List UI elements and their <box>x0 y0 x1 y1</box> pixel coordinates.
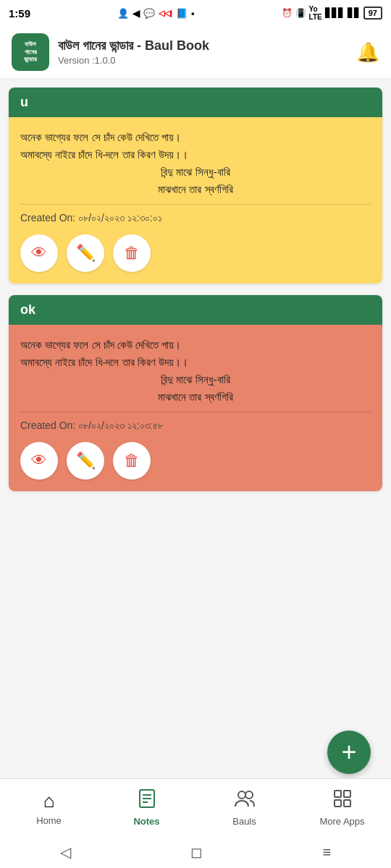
status-icons: 👤 ◀ 💬 ◁◁| 📘 • <box>117 8 195 19</box>
card-2-edit-button[interactable] <box>67 442 104 480</box>
nav-bauls[interactable]: Bauls <box>196 789 293 827</box>
card-1-line-1: অনেক ভাগ্যের ফলে সে চাঁদ কেউ দেখিতে পায়… <box>20 129 371 146</box>
bauls-icon <box>234 789 256 813</box>
card-1-actions <box>20 234 371 275</box>
edit-icon-2 <box>76 451 96 470</box>
home-label: Home <box>36 815 62 826</box>
vibrate-icon: 📳 <box>295 8 306 18</box>
app-logo: বাউল গানের ভান্ডার <box>12 33 49 71</box>
svg-rect-8 <box>335 800 341 807</box>
battery-indicator: 97 <box>363 7 382 20</box>
carrier-text: YoLTE <box>309 5 322 21</box>
delete-icon-2 <box>124 451 140 470</box>
card-2-line-3: বিন্দু মাঝে সিন্ধু-বারি <box>20 371 371 388</box>
card-1-body: অনেক ভাগ্যের ফলে সে চাঁদ কেউ দেখিতে পায়… <box>9 117 382 284</box>
card-2-view-button[interactable] <box>20 442 58 480</box>
home-icon: ⌂ <box>43 790 55 812</box>
app-title: বাউল গানের ভান্ডার - Baul Book <box>58 38 209 54</box>
card-1-view-button[interactable] <box>20 234 58 272</box>
recents-icon: ≡ <box>323 844 332 860</box>
notes-label: Notes <box>133 816 159 827</box>
delete-icon <box>124 244 140 263</box>
ure-divider <box>20 204 371 205</box>
more-apps-label: More Apps <box>319 816 364 827</box>
card-1-line-2: অমাবস্যে নাইরে চাঁদে ধি-দলে তার কিরণ উদয… <box>20 146 371 163</box>
edit-icon <box>76 244 96 263</box>
view-icon <box>31 244 47 263</box>
svg-rect-9 <box>344 800 350 807</box>
notification-bell-icon[interactable]: 🔔 <box>356 41 379 64</box>
nav-home[interactable]: ⌂ Home <box>0 790 98 826</box>
card-1-edit-button[interactable] <box>67 234 104 272</box>
song-card-1: u অনেক ভাগ্যের ফলে সে চাঁদ কেউ দেখিতে পা… <box>9 88 382 284</box>
home-sys-icon: ◻ <box>190 844 203 860</box>
signal-bars-2: ▋▋ <box>348 8 361 18</box>
card-1-line-4: মাঝখানে তার স্বর্ণগিরি <box>20 181 371 198</box>
card-2-song-text: অনেক ভাগ্যের ফলে সে চাঁদ কেউ দেখিতে পায়… <box>20 336 371 406</box>
app-title-block: বাউল গানের ভান্ডার - Baul Book Version :… <box>58 38 209 66</box>
dot-indicator: • <box>191 8 195 19</box>
notes-icon <box>138 789 156 813</box>
ok-divider <box>20 412 371 412</box>
app-header-left: বাউল গানের ভান্ডার বাউল গানের ভান্ডার - … <box>12 33 209 71</box>
status-bar: 1:59 👤 ◀ 💬 ◁◁| 📘 • ⏰ 📳 YoLTE ▋▋▋ ▋▋ 97 <box>0 0 391 26</box>
card-2-actions <box>20 442 371 482</box>
media-icon: ◁◁| <box>159 9 172 18</box>
facebook-icon: 📘 <box>176 8 188 19</box>
card-2-header: ok <box>9 295 382 325</box>
telegram-icon: ◀ <box>133 8 140 19</box>
card-1-label: u <box>20 95 28 109</box>
status-time: 1:59 <box>9 7 30 20</box>
plus-icon: + <box>341 739 356 765</box>
view-icon-2 <box>31 451 47 470</box>
nav-more-apps[interactable]: More Apps <box>293 789 391 827</box>
card-2-delete-button[interactable] <box>113 442 151 480</box>
card-1-created-on: Created On: ০৮/০২/২০২৩ ১২:৩০:০১ <box>20 212 371 224</box>
svg-rect-7 <box>344 791 350 797</box>
status-right: ⏰ 📳 YoLTE ▋▋▋ ▋▋ 97 <box>282 5 382 21</box>
card-1-delete-button[interactable] <box>113 234 151 272</box>
song-card-2: ok অনেক ভাগ্যের ফলে সে চাঁদ কেউ দেখিতে প… <box>9 295 382 491</box>
messenger-icon: 💬 <box>143 8 155 19</box>
bottom-nav: ⌂ Home Notes Bauls <box>0 778 391 836</box>
bauls-label: Bauls <box>232 816 256 827</box>
system-nav-bar: ◁ ◻ ≡ <box>0 836 391 868</box>
svg-point-5 <box>245 791 253 799</box>
main-content: u অনেক ভাগ্যের ফলে সে চাঁদ কেউ দেখিতে পা… <box>0 79 391 643</box>
add-fab-button[interactable]: + <box>327 731 371 774</box>
card-1-header: u <box>9 88 382 117</box>
more-apps-icon <box>333 789 352 813</box>
card-2-label: ok <box>20 302 35 317</box>
nav-notes[interactable]: Notes <box>98 789 196 827</box>
app-header: বাউল গানের ভান্ডার বাউল গানের ভান্ডার - … <box>0 26 391 79</box>
back-icon: ◁ <box>60 844 71 860</box>
card-2-created-on: Created On: ০৮/০২/২০২৩ ১২:০৩:৫৮ <box>20 420 371 432</box>
system-home-button[interactable]: ◻ <box>190 843 203 861</box>
snapchat-icon: 👤 <box>117 8 129 19</box>
card-2-line-4: মাঝখানে তার স্বর্ণগিরি <box>20 388 371 406</box>
svg-point-4 <box>238 791 245 799</box>
card-1-song-text: অনেক ভাগ্যের ফলে সে চাঁদ কেউ দেখিতে পায়… <box>20 129 371 198</box>
signal-bars-1: ▋▋▋ <box>325 8 345 18</box>
app-version: Version :1.0.0 <box>58 55 209 66</box>
svg-rect-6 <box>335 791 341 797</box>
card-2-body: অনেক ভাগ্যের ফলে সে চাঁদ কেউ দেখিতে পায়… <box>9 325 382 491</box>
system-back-button[interactable]: ◁ <box>60 843 71 861</box>
card-2-line-1: অনেক ভাগ্যের ফলে সে চাঁদ কেউ দেখিতে পায়… <box>20 336 371 354</box>
card-1-line-3: বিন্দু মাঝে সিন্ধু-বারি <box>20 163 371 181</box>
card-2-line-2: অমাবস্যে নাইরে চাঁদে ধি-দলে তার কিরণ উদয… <box>20 354 371 371</box>
system-recents-button[interactable]: ≡ <box>323 844 332 861</box>
alarm-icon: ⏰ <box>282 8 293 18</box>
